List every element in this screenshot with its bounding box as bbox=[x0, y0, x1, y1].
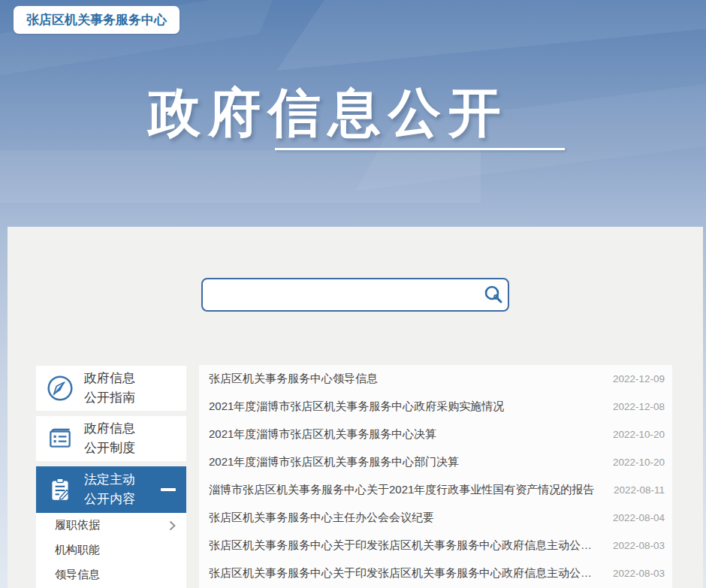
news-item-title[interactable]: 张店区机关事务服务中心领导信息 bbox=[209, 372, 378, 386]
minus-icon[interactable] bbox=[161, 488, 176, 491]
search-input[interactable] bbox=[203, 279, 479, 310]
clipboard-pen-icon bbox=[46, 475, 74, 504]
chevron-right-icon bbox=[169, 520, 176, 531]
compass-icon bbox=[46, 374, 74, 403]
sidebar-subitem[interactable]: 履职依据 bbox=[36, 513, 186, 538]
news-list-item[interactable]: 2021年度淄博市张店区机关事务服务中心政府采购实施情况 2022-12-08 bbox=[199, 393, 672, 421]
news-list-item[interactable]: 2021年度淄博市张店区机关事务服务中心决算 2022-10-20 bbox=[199, 421, 672, 448]
page: 张店区机关事务服务中心 政府信息公开 政府 bbox=[0, 0, 706, 588]
search-button[interactable] bbox=[479, 279, 508, 310]
news-item-title[interactable]: 张店区机关事务服务中心关于印发张店区机关事务服务中心政府信息主动公开基本目录的通… bbox=[209, 566, 602, 580]
news-list-item[interactable]: 张店区机关事务服务中心关于印发张店区机关事务服务中心政府信息主动公开基本目录的通… bbox=[199, 559, 672, 587]
sidebar-subitem-label: 履职依据 bbox=[55, 518, 100, 532]
page-title: 政府信息公开 bbox=[148, 78, 508, 149]
news-list-item[interactable]: 淄博市张店区机关事务服务中心关于2021年度行政事业性国有资产情况的报告 202… bbox=[199, 476, 672, 504]
sidebar-item-statutory-disclosure[interactable]: 法定主动 公开内容 bbox=[36, 466, 186, 513]
notebook-list-icon bbox=[46, 424, 74, 453]
sidebar-submenu: 履职依据 机构职能 领导信息 bbox=[36, 513, 186, 588]
sidebar-item-guide[interactable]: 政府信息 公开指南 bbox=[36, 366, 186, 411]
news-item-title[interactable]: 张店区机关事务服务中心关于印发张店区机关事务服务中心政府信息主动公开基本目录的通… bbox=[209, 538, 602, 553]
news-item-title[interactable]: 2021年度淄博市张店区机关事务服务中心政府采购实施情况 bbox=[209, 400, 504, 414]
news-item-date: 2022-10-20 bbox=[602, 457, 665, 468]
sidebar-subitem[interactable]: 机构职能 bbox=[36, 538, 186, 562]
news-item-date: 2022-10-20 bbox=[602, 429, 665, 440]
news-list-item[interactable]: 张店区机关事务服务中心领导信息 2022-12-09 bbox=[199, 365, 672, 393]
sidebar-item-system[interactable]: 政府信息 公开制度 bbox=[36, 416, 186, 461]
sidebar-subitem[interactable]: 领导信息 bbox=[36, 562, 186, 587]
news-item-title[interactable]: 2021年度淄博市张店区机关事务服务中心决算 bbox=[209, 427, 436, 442]
site-name-badge[interactable]: 张店区机关事务服务中心 bbox=[14, 6, 180, 34]
news-item-date: 2022-08-04 bbox=[602, 512, 665, 523]
news-list-item[interactable]: 张店区机关事务服务中心主任办公会会议纪要 2022-08-04 bbox=[199, 504, 672, 532]
banner-decor bbox=[276, 0, 706, 71]
search-icon bbox=[483, 285, 504, 306]
title-underline bbox=[275, 148, 565, 150]
news-item-date: 2022-12-08 bbox=[602, 401, 665, 412]
news-list: 张店区机关事务服务中心领导信息 2022-12-09 2021年度淄博市张店区机… bbox=[199, 365, 672, 588]
sidebar-item-label: 政府信息 公开指南 bbox=[84, 369, 135, 408]
news-item-date: 2022-08-03 bbox=[602, 540, 665, 551]
news-list-item[interactable]: 张店区机关事务服务中心关于印发张店区机关事务服务中心政府信息主动公开基本目录的通… bbox=[199, 532, 672, 559]
sidebar-item-label: 法定主动 公开内容 bbox=[84, 470, 135, 509]
news-list-item[interactable]: 2021年度淄博市张店区机关事务服务中心部门决算 2022-10-20 bbox=[199, 448, 672, 476]
sidebar-item-label: 政府信息 公开制度 bbox=[84, 419, 135, 458]
news-item-title[interactable]: 张店区机关事务服务中心主任办公会会议纪要 bbox=[209, 511, 434, 525]
sidebar-subitem-label: 领导信息 bbox=[55, 568, 100, 582]
banner: 张店区机关事务服务中心 政府信息公开 bbox=[0, 0, 706, 227]
news-item-date: 2022-12-09 bbox=[602, 373, 665, 384]
search-box bbox=[201, 278, 509, 312]
news-item-title[interactable]: 2021年度淄博市张店区机关事务服务中心部门决算 bbox=[209, 455, 459, 469]
news-item-title[interactable]: 淄博市张店区机关事务服务中心关于2021年度行政事业性国有资产情况的报告 bbox=[209, 483, 594, 497]
news-item-date: 2022-08-11 bbox=[603, 484, 665, 496]
news-item-date: 2022-08-03 bbox=[602, 568, 665, 579]
sidebar-subitem-label: 机构职能 bbox=[55, 543, 100, 557]
